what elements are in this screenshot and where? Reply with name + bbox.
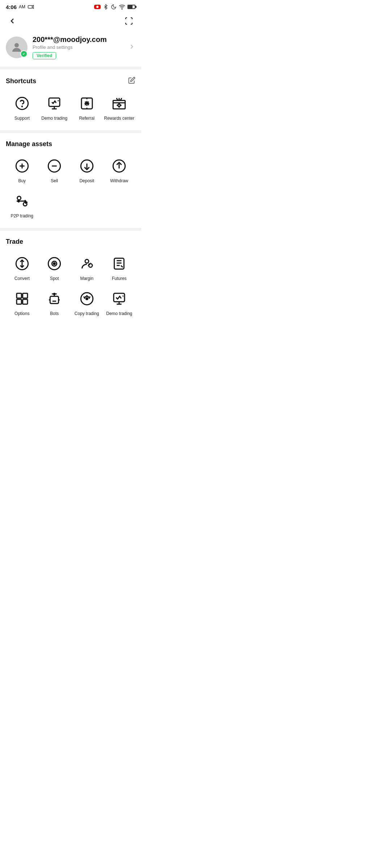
futures-icon <box>110 254 129 273</box>
svg-point-1 <box>96 6 98 8</box>
trade-demo-trading[interactable]: Demo trading <box>103 288 136 318</box>
support-icon <box>13 94 31 113</box>
status-icons <box>94 4 135 10</box>
shortcut-demo-label: Demo trading <box>41 116 67 122</box>
avatar <box>6 37 28 58</box>
manage-sell-label: Sell <box>51 178 58 184</box>
shortcut-referral-label: Referral <box>79 116 94 122</box>
trade-copy-trading[interactable]: Copy trading <box>71 288 103 318</box>
p2p-trading-icon <box>13 192 31 210</box>
referral-icon <box>77 94 96 113</box>
trade-bots[interactable]: Bots <box>38 288 71 318</box>
trade-futures[interactable]: Futures <box>103 253 136 283</box>
trade-spot[interactable]: Spot <box>38 253 71 283</box>
manage-assets-header: Manage assets <box>6 140 135 148</box>
trade-futures-label: Futures <box>112 276 127 282</box>
divider-3 <box>0 228 141 231</box>
demo-trading-icon <box>45 94 64 113</box>
trade-copy-label: Copy trading <box>75 311 99 317</box>
shortcut-rewards[interactable]: Rewards center <box>103 93 136 123</box>
sell-icon <box>45 157 64 175</box>
trade-options[interactable]: Options <box>6 288 38 318</box>
shortcut-rewards-label: Rewards center <box>104 116 134 122</box>
profile-email: 200***@moodjoy.com <box>33 35 123 44</box>
shortcut-demo-trading[interactable]: Demo trading <box>38 93 71 123</box>
back-button[interactable] <box>6 14 19 27</box>
svg-point-20 <box>85 259 89 263</box>
svg-point-2 <box>122 9 122 9</box>
status-bar: 4:06 AM <box>0 0 141 12</box>
profile-info: 200***@moodjoy.com Profile and settings … <box>33 35 123 59</box>
trade-title: Trade <box>6 238 23 246</box>
verified-dot <box>20 50 28 58</box>
svg-point-14 <box>17 196 21 200</box>
svg-point-4 <box>16 97 28 109</box>
copy-trading-icon <box>77 289 96 308</box>
svg-rect-27 <box>50 297 59 304</box>
svg-point-19 <box>54 263 55 264</box>
shortcut-support-label: Support <box>14 116 30 122</box>
manage-withdraw[interactable]: Withdraw <box>103 155 136 186</box>
trade-convert-label: Convert <box>14 276 30 282</box>
manage-assets-section: Manage assets Buy Sell <box>0 133 141 228</box>
shortcuts-edit-button[interactable] <box>128 77 135 85</box>
spot-icon <box>45 254 64 273</box>
trade-spot-label: Spot <box>50 276 59 282</box>
svg-point-3 <box>14 43 19 47</box>
moon-icon <box>111 4 117 10</box>
trade-convert[interactable]: Convert <box>6 253 38 283</box>
manage-assets-grid: Buy Sell Deposit <box>6 155 135 186</box>
shortcuts-title: Shortcuts <box>6 77 36 85</box>
trade-options-label: Options <box>14 311 29 317</box>
buy-icon <box>13 157 31 175</box>
scan-button[interactable] <box>122 14 135 27</box>
top-nav <box>0 12 141 31</box>
verified-badge: Verified <box>33 52 56 59</box>
video-icon <box>28 4 34 10</box>
battery-icon <box>127 5 135 9</box>
trade-section: Trade Convert <box>0 231 141 326</box>
manage-buy-label: Buy <box>18 178 26 184</box>
margin-icon <box>77 254 96 273</box>
wifi-icon <box>119 4 125 10</box>
manage-assets-row2: P2P trading <box>6 190 135 221</box>
demo-trading2-icon <box>110 289 129 308</box>
profile-section[interactable]: 200***@moodjoy.com Profile and settings … <box>0 31 141 67</box>
manage-sell[interactable]: Sell <box>38 155 71 186</box>
rewards-center-icon <box>110 94 129 113</box>
profile-sub: Profile and settings <box>33 44 123 50</box>
shortcuts-section: Shortcuts Support <box>0 69 141 130</box>
divider-1 <box>0 67 141 69</box>
manage-p2p-label: P2P trading <box>11 213 34 219</box>
shortcuts-header: Shortcuts <box>6 77 135 85</box>
manage-buy[interactable]: Buy <box>6 155 38 186</box>
shortcut-support[interactable]: Support <box>6 93 38 123</box>
svg-point-28 <box>54 293 55 294</box>
profile-chevron[interactable] <box>128 43 135 52</box>
manage-p2p[interactable]: P2P trading <box>6 190 38 221</box>
manage-deposit[interactable]: Deposit <box>71 155 103 186</box>
trade-margin[interactable]: Margin <box>71 253 103 283</box>
bots-icon <box>45 289 64 308</box>
rec-indicator <box>94 5 101 9</box>
svg-rect-0 <box>28 5 32 8</box>
deposit-icon <box>77 157 96 175</box>
svg-rect-25 <box>17 299 21 304</box>
manage-assets-title: Manage assets <box>6 140 52 148</box>
trade-header: Trade <box>6 238 135 246</box>
shortcut-referral[interactable]: Referral <box>71 93 103 123</box>
trade-row1: Convert Spot <box>6 253 135 283</box>
svg-rect-23 <box>17 293 21 298</box>
svg-rect-24 <box>22 293 27 298</box>
trade-demo2-label: Demo trading <box>106 311 132 317</box>
trade-margin-label: Margin <box>80 276 93 282</box>
status-time: 4:06 <box>6 4 17 10</box>
svg-point-5 <box>22 106 22 107</box>
bluetooth-icon <box>103 4 109 10</box>
svg-point-9 <box>118 104 121 107</box>
trade-row2: Options Bots <box>6 288 135 318</box>
trade-bots-label: Bots <box>50 311 59 317</box>
withdraw-icon <box>110 157 129 175</box>
options-icon <box>13 289 31 308</box>
svg-point-30 <box>86 298 88 300</box>
